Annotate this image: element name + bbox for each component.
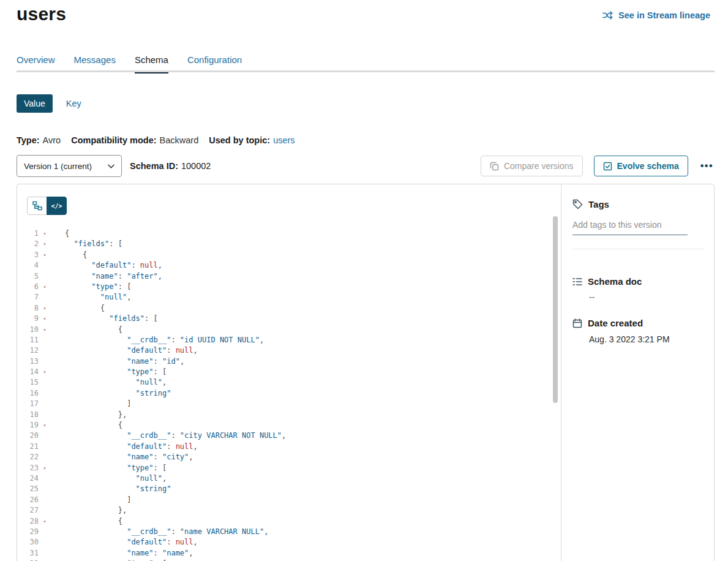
schema-id-label: Schema ID: xyxy=(130,161,178,171)
stream-lineage-icon xyxy=(602,11,614,20)
line-content: "default": null, xyxy=(51,260,162,271)
code-line: 29 "__crdb__": "name VARCHAR NULL", xyxy=(17,527,286,537)
code-line: 10▾ { xyxy=(17,325,286,335)
calendar-icon xyxy=(572,318,582,328)
schema-id: Schema ID:100002 xyxy=(130,161,211,171)
line-content: "type": [ xyxy=(51,559,167,561)
fold-arrow-icon[interactable]: ▾ xyxy=(39,420,51,431)
schema-doc-header: Schema doc xyxy=(572,276,642,287)
line-number: 17 xyxy=(17,399,39,409)
fold-arrow-icon[interactable]: ▾ xyxy=(39,239,51,249)
code-line: 2▾ "fields": [ xyxy=(17,239,286,249)
compare-versions-label: Compare versions xyxy=(504,161,574,171)
code-line: 22 "name": "city", xyxy=(17,452,286,462)
schema-id-value: 100002 xyxy=(181,161,211,171)
fold-arrow-icon[interactable]: ▾ xyxy=(39,463,51,473)
code-line: 31 "name": "name", xyxy=(17,548,286,559)
code-line: 4 "default": null, xyxy=(17,260,286,271)
code-line: 11 "__crdb__": "id UUID NOT NULL", xyxy=(17,335,286,345)
line-content: "name": "name", xyxy=(51,548,193,559)
fold-arrow-icon[interactable]: ▾ xyxy=(39,314,51,324)
code-view-icon: </> xyxy=(51,203,62,209)
schema-doc-value: -- xyxy=(589,292,595,302)
line-number: 24 xyxy=(17,473,39,484)
code-line: 32▾ "type": [ xyxy=(17,559,286,561)
line-number: 32 xyxy=(17,559,39,561)
fold-arrow-icon[interactable]: ▾ xyxy=(39,516,51,527)
line-content: }, xyxy=(51,410,127,420)
line-content: { xyxy=(51,250,87,260)
schema-panel: </> 1▾{2▾ "fields": [3▾ {4 "default": nu… xyxy=(17,184,715,561)
code-line: 28▾ { xyxy=(17,516,286,527)
line-number: 16 xyxy=(17,388,39,399)
tab-schema[interactable]: Schema xyxy=(135,55,168,72)
version-select[interactable]: Version 1 (current) xyxy=(17,155,122,177)
code-line: 20 "__crdb__": "city VARCHAR NOT NULL", xyxy=(17,431,286,441)
line-number: 12 xyxy=(17,345,39,356)
code-line: 6▾ "type": [ xyxy=(17,282,286,292)
tab-overview[interactable]: Overview xyxy=(17,55,55,72)
version-bar: Version 1 (current) Schema ID:100002 Com… xyxy=(17,155,715,177)
editor-scrollbar-thumb[interactable] xyxy=(553,216,558,403)
fold-arrow-icon[interactable]: ▾ xyxy=(39,367,51,377)
line-number: 26 xyxy=(17,495,39,505)
fold-arrow-icon[interactable]: ▾ xyxy=(39,303,51,314)
schema-sidebar: Tags Schema doc -- Date created Aug. 3 2… xyxy=(561,184,714,561)
fold-arrow-icon[interactable]: ▾ xyxy=(39,282,51,292)
code-view-button[interactable]: </> xyxy=(47,197,67,215)
editor-view-toggle: </> xyxy=(27,197,67,215)
fold-arrow-icon[interactable]: ▾ xyxy=(39,228,51,239)
code-line: 25 "string" xyxy=(17,484,286,494)
code-line: 14▾ "type": [ xyxy=(17,367,286,377)
line-content: "name": "id", xyxy=(51,356,184,367)
line-content: "name": "city", xyxy=(51,452,193,462)
line-number: 30 xyxy=(17,537,39,548)
line-content: "default": null, xyxy=(51,442,198,452)
line-content: "__crdb__": "city VARCHAR NOT NULL", xyxy=(51,431,286,441)
fold-arrow-icon[interactable]: ▾ xyxy=(39,325,51,335)
key-toggle-button[interactable]: Key xyxy=(66,99,81,108)
schema-part-toggle: Value Key xyxy=(17,94,81,113)
page-title: users xyxy=(17,4,66,24)
editor-scrollbar-track[interactable] xyxy=(553,216,558,561)
line-number: 4 xyxy=(17,260,39,271)
line-content: "default": null, xyxy=(51,345,198,356)
code-line: 16 "string" xyxy=(17,388,286,399)
line-number: 20 xyxy=(17,431,39,441)
code-line: 17 ] xyxy=(17,399,286,409)
more-options-button[interactable]: ••• xyxy=(699,160,715,171)
compare-versions-button[interactable]: Compare versions xyxy=(481,156,583,176)
line-number: 8 xyxy=(17,303,39,314)
compatibility-value: Backward xyxy=(160,135,199,145)
topic-link[interactable]: users xyxy=(273,135,295,145)
code-line: 5 "name": "after", xyxy=(17,271,286,282)
date-created-value: Aug. 3 2022 3:21 PM xyxy=(589,334,670,344)
chevron-down-icon xyxy=(108,164,114,168)
tab-configuration[interactable]: Configuration xyxy=(187,55,242,72)
code-line: 13 "name": "id", xyxy=(17,356,286,367)
code-line: 12 "default": null, xyxy=(17,345,286,356)
line-content: "__crdb__": "id UUID NOT NULL", xyxy=(51,335,264,345)
code-line: 24 "null", xyxy=(17,473,286,484)
code-line: 7 "null", xyxy=(17,292,286,303)
schema-metadata-row: Type: Avro Compatibility mode: Backward … xyxy=(17,135,295,145)
evolve-schema-button[interactable]: Evolve schema xyxy=(594,156,688,176)
fold-arrow-icon[interactable]: ▾ xyxy=(39,250,51,260)
add-tags-input[interactable] xyxy=(572,220,688,235)
line-content: "type": [ xyxy=(51,367,167,377)
tags-title: Tags xyxy=(588,199,609,209)
line-content: "null", xyxy=(51,377,167,388)
line-content: { xyxy=(51,420,122,431)
line-number: 23 xyxy=(17,463,39,473)
tab-messages[interactable]: Messages xyxy=(74,55,116,72)
line-content: { xyxy=(51,228,69,239)
schema-doc-title: Schema doc xyxy=(588,276,642,287)
line-content: "null", xyxy=(51,473,167,484)
line-number: 25 xyxy=(17,484,39,494)
line-number: 6 xyxy=(17,282,39,292)
stream-lineage-link[interactable]: See in Stream lineage xyxy=(602,10,710,20)
value-toggle-button[interactable]: Value xyxy=(17,94,53,113)
fold-arrow-icon[interactable]: ▾ xyxy=(39,559,51,561)
code-area[interactable]: 1▾{2▾ "fields": [3▾ {4 "default": null,5… xyxy=(17,228,286,561)
tree-view-button[interactable] xyxy=(27,197,47,215)
